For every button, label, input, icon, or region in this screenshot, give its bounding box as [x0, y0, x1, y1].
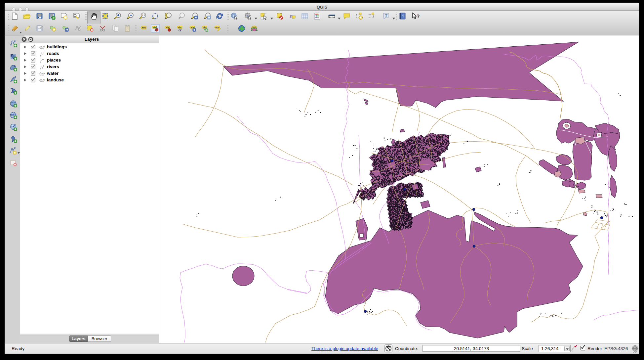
svg-text:ab: ab — [166, 26, 169, 28]
svg-text:abc: abc — [203, 26, 207, 28]
svg-text:?: ? — [402, 14, 404, 19]
svg-text:T: T — [385, 13, 387, 17]
svg-text:1:1: 1:1 — [142, 14, 145, 17]
svg-text:ε: ε — [290, 13, 292, 19]
svg-text:abc: abc — [190, 26, 194, 28]
svg-text:abc: abc — [215, 26, 219, 28]
svg-text:abc: abc — [142, 26, 146, 29]
svg-text:?: ? — [417, 13, 420, 20]
svg-text:abc: abc — [178, 26, 182, 28]
svg-text:i: i — [233, 14, 234, 18]
svg-text:ab: ab — [153, 26, 156, 28]
